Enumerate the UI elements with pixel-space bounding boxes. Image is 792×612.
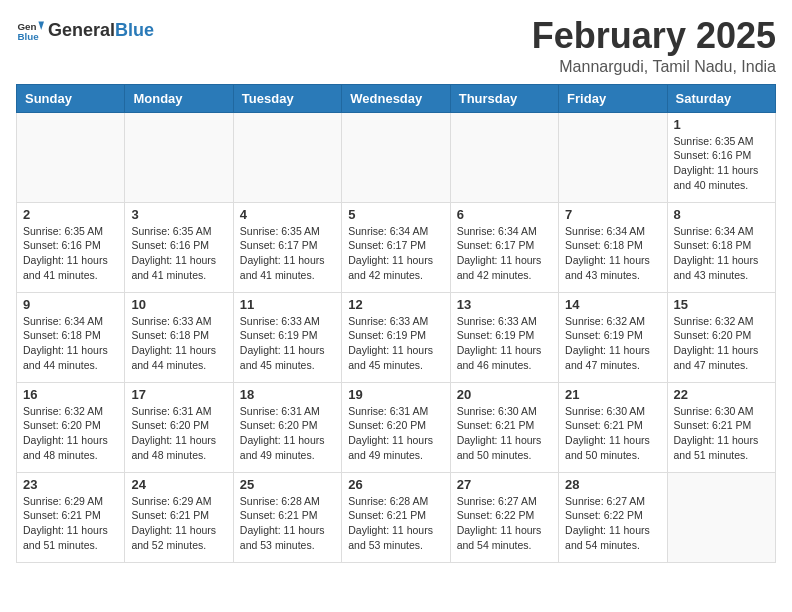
day-number: 8 — [674, 207, 769, 222]
day-info: Sunrise: 6:31 AM Sunset: 6:20 PM Dayligh… — [348, 404, 443, 463]
calendar-cell: 15Sunrise: 6:32 AM Sunset: 6:20 PM Dayli… — [667, 292, 775, 382]
calendar-cell: 13Sunrise: 6:33 AM Sunset: 6:19 PM Dayli… — [450, 292, 558, 382]
calendar-cell: 24Sunrise: 6:29 AM Sunset: 6:21 PM Dayli… — [125, 472, 233, 562]
day-number: 2 — [23, 207, 118, 222]
day-number: 23 — [23, 477, 118, 492]
calendar-cell: 21Sunrise: 6:30 AM Sunset: 6:21 PM Dayli… — [559, 382, 667, 472]
calendar-cell: 2Sunrise: 6:35 AM Sunset: 6:16 PM Daylig… — [17, 202, 125, 292]
day-number: 1 — [674, 117, 769, 132]
calendar-day-header: Thursday — [450, 84, 558, 112]
day-info: Sunrise: 6:34 AM Sunset: 6:17 PM Dayligh… — [348, 224, 443, 283]
day-number: 24 — [131, 477, 226, 492]
day-number: 4 — [240, 207, 335, 222]
day-number: 3 — [131, 207, 226, 222]
calendar-cell: 16Sunrise: 6:32 AM Sunset: 6:20 PM Dayli… — [17, 382, 125, 472]
calendar-cell: 27Sunrise: 6:27 AM Sunset: 6:22 PM Dayli… — [450, 472, 558, 562]
day-number: 10 — [131, 297, 226, 312]
day-number: 28 — [565, 477, 660, 492]
day-number: 13 — [457, 297, 552, 312]
calendar-cell: 5Sunrise: 6:34 AM Sunset: 6:17 PM Daylig… — [342, 202, 450, 292]
day-number: 21 — [565, 387, 660, 402]
calendar-cell — [667, 472, 775, 562]
day-info: Sunrise: 6:33 AM Sunset: 6:19 PM Dayligh… — [240, 314, 335, 373]
day-info: Sunrise: 6:34 AM Sunset: 6:18 PM Dayligh… — [565, 224, 660, 283]
day-number: 11 — [240, 297, 335, 312]
calendar-cell: 12Sunrise: 6:33 AM Sunset: 6:19 PM Dayli… — [342, 292, 450, 382]
day-number: 17 — [131, 387, 226, 402]
calendar-cell: 3Sunrise: 6:35 AM Sunset: 6:16 PM Daylig… — [125, 202, 233, 292]
calendar-day-header: Saturday — [667, 84, 775, 112]
day-info: Sunrise: 6:34 AM Sunset: 6:17 PM Dayligh… — [457, 224, 552, 283]
logo-text: GeneralBlue — [48, 20, 154, 41]
calendar-day-header: Tuesday — [233, 84, 341, 112]
calendar-day-header: Friday — [559, 84, 667, 112]
day-info: Sunrise: 6:31 AM Sunset: 6:20 PM Dayligh… — [240, 404, 335, 463]
day-info: Sunrise: 6:27 AM Sunset: 6:22 PM Dayligh… — [457, 494, 552, 553]
calendar-week-row: 1Sunrise: 6:35 AM Sunset: 6:16 PM Daylig… — [17, 112, 776, 202]
svg-marker-2 — [38, 22, 44, 30]
calendar-cell: 10Sunrise: 6:33 AM Sunset: 6:18 PM Dayli… — [125, 292, 233, 382]
calendar-table: SundayMondayTuesdayWednesdayThursdayFrid… — [16, 84, 776, 563]
day-number: 20 — [457, 387, 552, 402]
day-info: Sunrise: 6:31 AM Sunset: 6:20 PM Dayligh… — [131, 404, 226, 463]
calendar-day-header: Monday — [125, 84, 233, 112]
day-number: 9 — [23, 297, 118, 312]
calendar-week-row: 23Sunrise: 6:29 AM Sunset: 6:21 PM Dayli… — [17, 472, 776, 562]
day-info: Sunrise: 6:29 AM Sunset: 6:21 PM Dayligh… — [131, 494, 226, 553]
logo: Gen Blue GeneralBlue — [16, 16, 154, 44]
day-info: Sunrise: 6:34 AM Sunset: 6:18 PM Dayligh… — [23, 314, 118, 373]
day-info: Sunrise: 6:32 AM Sunset: 6:20 PM Dayligh… — [674, 314, 769, 373]
day-info: Sunrise: 6:34 AM Sunset: 6:18 PM Dayligh… — [674, 224, 769, 283]
calendar-cell — [559, 112, 667, 202]
day-info: Sunrise: 6:35 AM Sunset: 6:16 PM Dayligh… — [131, 224, 226, 283]
calendar-cell — [450, 112, 558, 202]
calendar-cell: 8Sunrise: 6:34 AM Sunset: 6:18 PM Daylig… — [667, 202, 775, 292]
day-number: 22 — [674, 387, 769, 402]
day-number: 19 — [348, 387, 443, 402]
day-info: Sunrise: 6:30 AM Sunset: 6:21 PM Dayligh… — [457, 404, 552, 463]
day-info: Sunrise: 6:30 AM Sunset: 6:21 PM Dayligh… — [565, 404, 660, 463]
calendar-cell: 25Sunrise: 6:28 AM Sunset: 6:21 PM Dayli… — [233, 472, 341, 562]
day-info: Sunrise: 6:30 AM Sunset: 6:21 PM Dayligh… — [674, 404, 769, 463]
day-number: 6 — [457, 207, 552, 222]
title-block: February 2025 Mannargudi, Tamil Nadu, In… — [532, 16, 776, 76]
day-info: Sunrise: 6:33 AM Sunset: 6:19 PM Dayligh… — [348, 314, 443, 373]
calendar-week-row: 16Sunrise: 6:32 AM Sunset: 6:20 PM Dayli… — [17, 382, 776, 472]
calendar-cell: 26Sunrise: 6:28 AM Sunset: 6:21 PM Dayli… — [342, 472, 450, 562]
calendar-cell — [125, 112, 233, 202]
calendar-week-row: 2Sunrise: 6:35 AM Sunset: 6:16 PM Daylig… — [17, 202, 776, 292]
calendar-cell: 6Sunrise: 6:34 AM Sunset: 6:17 PM Daylig… — [450, 202, 558, 292]
calendar-cell: 19Sunrise: 6:31 AM Sunset: 6:20 PM Dayli… — [342, 382, 450, 472]
calendar-header-row: SundayMondayTuesdayWednesdayThursdayFrid… — [17, 84, 776, 112]
day-info: Sunrise: 6:29 AM Sunset: 6:21 PM Dayligh… — [23, 494, 118, 553]
day-info: Sunrise: 6:35 AM Sunset: 6:16 PM Dayligh… — [674, 134, 769, 193]
calendar-cell — [17, 112, 125, 202]
day-number: 25 — [240, 477, 335, 492]
page-header: Gen Blue GeneralBlue February 2025 Manna… — [16, 16, 776, 76]
calendar-week-row: 9Sunrise: 6:34 AM Sunset: 6:18 PM Daylig… — [17, 292, 776, 382]
calendar-cell: 22Sunrise: 6:30 AM Sunset: 6:21 PM Dayli… — [667, 382, 775, 472]
calendar-cell: 7Sunrise: 6:34 AM Sunset: 6:18 PM Daylig… — [559, 202, 667, 292]
day-info: Sunrise: 6:28 AM Sunset: 6:21 PM Dayligh… — [240, 494, 335, 553]
calendar-cell: 14Sunrise: 6:32 AM Sunset: 6:19 PM Dayli… — [559, 292, 667, 382]
month-title: February 2025 — [532, 16, 776, 56]
day-number: 18 — [240, 387, 335, 402]
calendar-cell: 4Sunrise: 6:35 AM Sunset: 6:17 PM Daylig… — [233, 202, 341, 292]
day-info: Sunrise: 6:33 AM Sunset: 6:18 PM Dayligh… — [131, 314, 226, 373]
day-number: 26 — [348, 477, 443, 492]
day-info: Sunrise: 6:28 AM Sunset: 6:21 PM Dayligh… — [348, 494, 443, 553]
day-info: Sunrise: 6:32 AM Sunset: 6:19 PM Dayligh… — [565, 314, 660, 373]
calendar-cell: 9Sunrise: 6:34 AM Sunset: 6:18 PM Daylig… — [17, 292, 125, 382]
day-info: Sunrise: 6:32 AM Sunset: 6:20 PM Dayligh… — [23, 404, 118, 463]
day-info: Sunrise: 6:35 AM Sunset: 6:17 PM Dayligh… — [240, 224, 335, 283]
day-number: 15 — [674, 297, 769, 312]
day-info: Sunrise: 6:35 AM Sunset: 6:16 PM Dayligh… — [23, 224, 118, 283]
day-info: Sunrise: 6:33 AM Sunset: 6:19 PM Dayligh… — [457, 314, 552, 373]
calendar-cell — [233, 112, 341, 202]
day-number: 27 — [457, 477, 552, 492]
calendar-cell: 18Sunrise: 6:31 AM Sunset: 6:20 PM Dayli… — [233, 382, 341, 472]
calendar-cell: 17Sunrise: 6:31 AM Sunset: 6:20 PM Dayli… — [125, 382, 233, 472]
day-info: Sunrise: 6:27 AM Sunset: 6:22 PM Dayligh… — [565, 494, 660, 553]
logo-icon: Gen Blue — [16, 16, 44, 44]
day-number: 5 — [348, 207, 443, 222]
